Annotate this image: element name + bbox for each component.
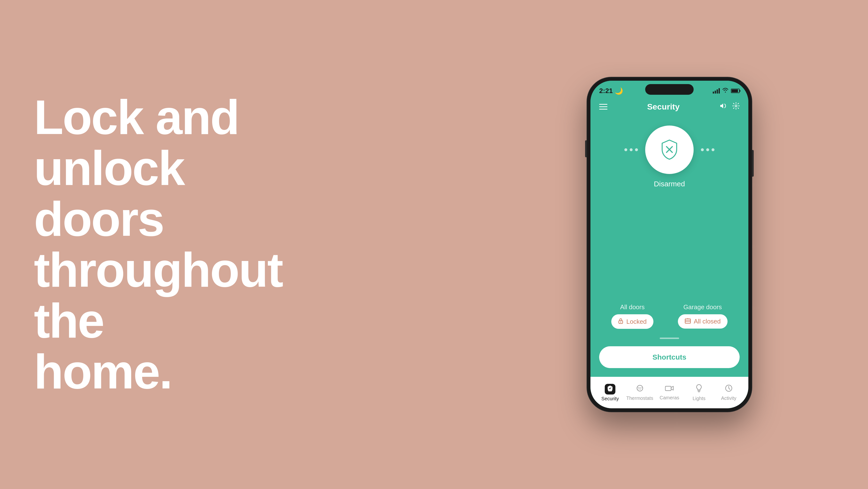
shield-x-icon xyxy=(658,139,680,161)
phone-mockup: 2:21 🌙 xyxy=(587,77,752,412)
all-doors-status: Locked xyxy=(626,318,647,325)
dot-1 xyxy=(624,148,627,151)
signal-bar-4 xyxy=(719,88,720,93)
bottom-nav: Security 70° Thermostats xyxy=(590,377,748,408)
dot-3 xyxy=(635,148,638,151)
signal-bar-1 xyxy=(713,92,714,93)
nav-active-indicator xyxy=(605,384,615,395)
garage-icon xyxy=(685,318,691,325)
phone-frame: 2:21 🌙 xyxy=(587,77,752,412)
dot-6 xyxy=(712,148,714,151)
garage-doors-status: All closed xyxy=(694,318,721,325)
hamburger-line-1 xyxy=(599,104,608,105)
hamburger-line-3 xyxy=(599,109,608,110)
garage-doors-label: Garage doors xyxy=(683,304,722,311)
nav-item-thermostats[interactable]: 70° Thermostats xyxy=(625,384,654,401)
shortcuts-label: Shortcuts xyxy=(652,353,686,361)
page-title: Security xyxy=(647,102,680,112)
phone-screen: 2:21 🌙 xyxy=(590,81,748,408)
nav-item-security[interactable]: Security xyxy=(595,384,625,402)
dot-4 xyxy=(701,148,704,151)
svg-rect-3 xyxy=(685,319,690,323)
sound-icon[interactable] xyxy=(719,103,726,111)
activity-nav-icon xyxy=(725,384,733,394)
thermostats-nav-icon: 70° xyxy=(636,384,644,394)
security-nav-icon xyxy=(607,385,613,393)
background: Lock and unlock doors throughout the hom… xyxy=(0,0,868,489)
nav-item-activity[interactable]: Activity xyxy=(714,384,744,401)
hero-line1: Lock and xyxy=(34,90,239,144)
all-doors-label: All doors xyxy=(620,304,645,311)
hero-line3: doors xyxy=(34,192,164,246)
activity-nav-label: Activity xyxy=(721,396,736,401)
moon-icon: 🌙 xyxy=(615,87,623,95)
security-button[interactable] xyxy=(645,125,693,174)
lock-icon xyxy=(618,318,623,325)
scroll-indicator xyxy=(660,338,679,339)
svg-point-0 xyxy=(735,105,737,107)
security-status: Disarmed xyxy=(654,180,685,188)
settings-icon[interactable] xyxy=(733,102,740,111)
dots-right xyxy=(701,148,714,151)
signal-bars xyxy=(713,88,720,93)
svg-text:70°: 70° xyxy=(637,386,642,391)
cameras-nav-label: Cameras xyxy=(659,395,679,401)
header-actions xyxy=(719,102,740,111)
battery-icon xyxy=(731,89,740,93)
nav-item-lights[interactable]: Lights xyxy=(684,384,714,401)
dot-5 xyxy=(706,148,709,151)
svg-point-2 xyxy=(620,321,621,322)
status-bar: 2:21 🌙 xyxy=(590,81,748,98)
security-section: Disarmed xyxy=(599,125,740,188)
hero-text: Lock and unlock doors throughout the hom… xyxy=(34,92,252,397)
app-header: Security xyxy=(590,98,748,116)
app-content: Disarmed All doors xyxy=(590,116,748,377)
svg-rect-6 xyxy=(665,386,671,391)
doors-section: All doors Locked xyxy=(599,304,740,329)
dot-2 xyxy=(630,148,632,151)
lights-nav-label: Lights xyxy=(693,396,706,401)
cameras-nav-icon xyxy=(665,384,674,394)
status-time: 2:21 🌙 xyxy=(599,87,623,95)
signal-bar-3 xyxy=(717,89,718,93)
nav-item-cameras[interactable]: Cameras xyxy=(655,384,684,401)
dots-left xyxy=(624,148,638,151)
hero-line2: unlock xyxy=(34,141,184,195)
security-ring-wrapper xyxy=(624,125,714,174)
shortcuts-button[interactable]: Shortcuts xyxy=(599,346,740,368)
status-icons xyxy=(713,87,740,94)
time-display: 2:21 xyxy=(599,87,613,95)
garage-doors-badge[interactable]: All closed xyxy=(678,314,727,328)
security-nav-label: Security xyxy=(601,396,619,402)
signal-bar-2 xyxy=(715,91,716,93)
all-doors-group: All doors Locked xyxy=(611,304,653,329)
hero-line5: the home. xyxy=(34,294,172,399)
all-doors-badge[interactable]: Locked xyxy=(611,314,653,329)
hero-line4: throughout xyxy=(34,243,282,297)
menu-button[interactable] xyxy=(599,104,608,110)
lights-nav-icon xyxy=(695,384,702,394)
thermostats-nav-label: Thermostats xyxy=(626,396,653,401)
dynamic-island xyxy=(645,84,693,95)
garage-doors-group: Garage doors All closed xyxy=(678,304,727,329)
wifi-icon xyxy=(722,87,728,94)
battery-fill xyxy=(732,89,738,92)
hamburger-line-2 xyxy=(599,106,608,107)
